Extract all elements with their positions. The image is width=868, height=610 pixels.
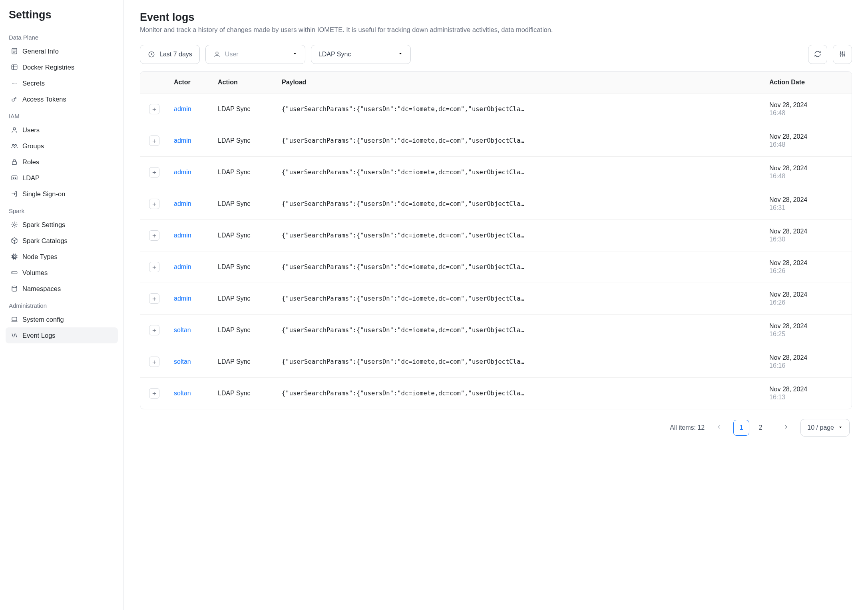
date-range-filter[interactable]: Last 7 days bbox=[140, 45, 200, 64]
sidebar-item-node-types[interactable]: Node Types bbox=[6, 249, 118, 265]
volume-icon bbox=[10, 269, 18, 277]
actor-link[interactable]: admin bbox=[174, 232, 191, 239]
actor-link[interactable]: admin bbox=[174, 169, 191, 175]
sidebar-item-access-tokens[interactable]: Access Tokens bbox=[6, 91, 118, 107]
col-action: Action bbox=[212, 72, 276, 93]
time-text: 16:31 bbox=[769, 204, 846, 211]
table-row: +soltanLDAP Sync{"userSearchParams":{"us… bbox=[140, 315, 852, 346]
sidebar-item-label: Spark Catalogs bbox=[22, 237, 68, 245]
date-text: Nov 28, 2024 bbox=[769, 196, 846, 203]
page-number-2[interactable]: 2 bbox=[753, 420, 768, 436]
sidebar-item-label: Groups bbox=[22, 142, 44, 150]
actor-link[interactable]: admin bbox=[174, 106, 191, 112]
svg-rect-14 bbox=[14, 256, 16, 258]
sidebar-item-system-config[interactable]: System config bbox=[6, 311, 118, 327]
table-row: +adminLDAP Sync{"userSearchParams":{"use… bbox=[140, 220, 852, 251]
expand-row-button[interactable]: + bbox=[149, 262, 159, 272]
date-text: Nov 28, 2024 bbox=[769, 165, 846, 172]
refresh-button[interactable] bbox=[808, 45, 827, 64]
expand-row-button[interactable]: + bbox=[149, 199, 159, 209]
time-text: 16:30 bbox=[769, 236, 846, 243]
time-text: 16:48 bbox=[769, 173, 846, 180]
svg-rect-13 bbox=[13, 255, 16, 259]
expand-row-button[interactable]: + bbox=[149, 325, 159, 335]
gear-icon bbox=[10, 221, 18, 229]
sidebar-group-label: IAM bbox=[6, 107, 118, 122]
sidebar-item-spark-settings[interactable]: Spark Settings bbox=[6, 217, 118, 233]
plus-icon: + bbox=[152, 390, 156, 397]
sidebar-item-users[interactable]: Users bbox=[6, 122, 118, 138]
sidebar-group-label: Spark bbox=[6, 202, 118, 217]
svg-point-17 bbox=[12, 286, 17, 288]
svg-point-3 bbox=[15, 83, 16, 84]
actor-link[interactable]: soltan bbox=[174, 390, 191, 397]
chevron-right-icon bbox=[783, 424, 789, 431]
actor-link[interactable]: admin bbox=[174, 200, 191, 207]
sidebar-item-groups[interactable]: Groups bbox=[6, 138, 118, 154]
sidebar-item-docker-registries[interactable]: Docker Registries bbox=[6, 59, 118, 75]
plus-icon: + bbox=[152, 264, 156, 271]
expand-row-button[interactable]: + bbox=[149, 388, 159, 399]
svg-rect-10 bbox=[12, 176, 17, 180]
cpu-icon bbox=[10, 253, 18, 261]
actor-link[interactable]: admin bbox=[174, 137, 191, 144]
sidebar-item-ldap[interactable]: LDAP bbox=[6, 170, 118, 186]
sidebar-item-spark-catalogs[interactable]: Spark Catalogs bbox=[6, 233, 118, 249]
sidebar-item-label: Access Tokens bbox=[22, 96, 66, 103]
user-filter-select[interactable]: User bbox=[205, 45, 305, 64]
sidebar-item-general-info[interactable]: General Info bbox=[6, 43, 118, 59]
expand-row-button[interactable]: + bbox=[149, 230, 159, 241]
date-text: Nov 28, 2024 bbox=[769, 133, 846, 140]
sidebar-item-label: Docker Registries bbox=[22, 64, 74, 71]
expand-row-button[interactable]: + bbox=[149, 293, 159, 304]
sidebar-item-volumes[interactable]: Volumes bbox=[6, 265, 118, 281]
actor-link[interactable]: soltan bbox=[174, 327, 191, 333]
action-cell: LDAP Sync bbox=[212, 319, 276, 342]
actor-link[interactable]: soltan bbox=[174, 358, 191, 365]
login-icon bbox=[10, 190, 18, 198]
chevron-down-icon bbox=[292, 51, 298, 58]
action-cell: LDAP Sync bbox=[212, 161, 276, 184]
sidebar-item-secrets[interactable]: Secrets bbox=[6, 75, 118, 91]
svg-rect-18 bbox=[12, 317, 17, 321]
svg-rect-15 bbox=[12, 271, 17, 274]
expand-row-button[interactable]: + bbox=[149, 167, 159, 177]
svg-point-7 bbox=[12, 144, 14, 146]
sidebar-item-label: Volumes bbox=[22, 269, 48, 277]
payload-cell: {"userSearchParams":{"usersDn":"dc=iomet… bbox=[276, 224, 764, 247]
action-date-cell: Nov 28, 202416:30 bbox=[764, 220, 852, 251]
action-date-cell: Nov 28, 202416:48 bbox=[764, 94, 852, 125]
plus-icon: + bbox=[152, 327, 156, 334]
action-date-cell: Nov 28, 202416:31 bbox=[764, 188, 852, 219]
action-cell: LDAP Sync bbox=[212, 129, 276, 152]
actor-link[interactable]: admin bbox=[174, 263, 191, 270]
table-header: Actor Action Payload Action Date bbox=[140, 72, 852, 94]
clock-icon bbox=[147, 50, 155, 58]
expand-row-button[interactable]: + bbox=[149, 136, 159, 146]
expand-row-button[interactable]: + bbox=[149, 357, 159, 367]
plus-icon: + bbox=[152, 295, 156, 302]
time-text: 16:26 bbox=[769, 299, 846, 306]
action-filter-select[interactable]: LDAP Sync bbox=[311, 45, 411, 64]
page-size-select[interactable]: 10 / page bbox=[800, 419, 850, 437]
expand-row-button[interactable]: + bbox=[149, 104, 159, 114]
pagination: All items: 12 12 10 / page bbox=[140, 409, 852, 437]
actor-link[interactable]: admin bbox=[174, 295, 191, 302]
sidebar-item-label: Single Sign-on bbox=[22, 190, 65, 198]
time-text: 16:48 bbox=[769, 141, 846, 148]
sidebar-item-namespaces[interactable]: Namespaces bbox=[6, 281, 118, 297]
col-actor: Actor bbox=[168, 72, 212, 93]
page-number-1[interactable]: 1 bbox=[733, 420, 749, 436]
columns-settings-button[interactable] bbox=[833, 45, 852, 64]
svg-point-8 bbox=[15, 144, 17, 146]
prev-page-button[interactable] bbox=[712, 421, 726, 435]
next-page-button[interactable] bbox=[779, 421, 793, 435]
sidebar-item-sso[interactable]: Single Sign-on bbox=[6, 186, 118, 202]
namespace-icon bbox=[10, 285, 18, 293]
sidebar-item-roles[interactable]: Roles bbox=[6, 154, 118, 170]
sidebar-item-event-logs[interactable]: Event Logs bbox=[6, 327, 118, 343]
chevron-left-icon bbox=[716, 424, 722, 431]
action-date-cell: Nov 28, 202416:25 bbox=[764, 315, 852, 346]
col-payload: Payload bbox=[276, 72, 764, 93]
logs-icon bbox=[10, 331, 18, 339]
